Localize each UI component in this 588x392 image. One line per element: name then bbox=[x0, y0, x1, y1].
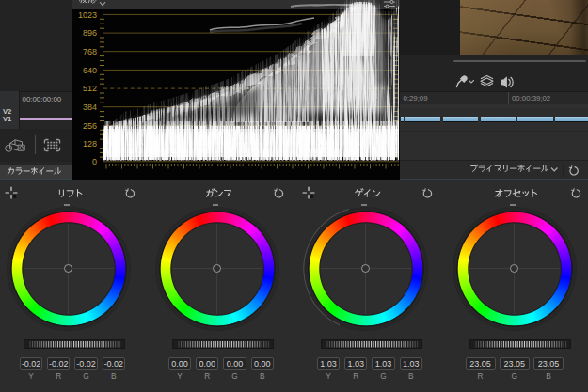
svg-text:128: 128 bbox=[83, 139, 97, 149]
svg-text:512: 512 bbox=[83, 84, 97, 93]
svg-text:768: 768 bbox=[83, 47, 97, 56]
svg-text:896: 896 bbox=[83, 28, 97, 38]
svg-text:640: 640 bbox=[83, 66, 97, 75]
svg-text:1023: 1023 bbox=[78, 10, 97, 20]
svg-text:0: 0 bbox=[92, 157, 97, 166]
svg-text:256: 256 bbox=[83, 121, 97, 131]
svg-text:384: 384 bbox=[83, 102, 97, 112]
